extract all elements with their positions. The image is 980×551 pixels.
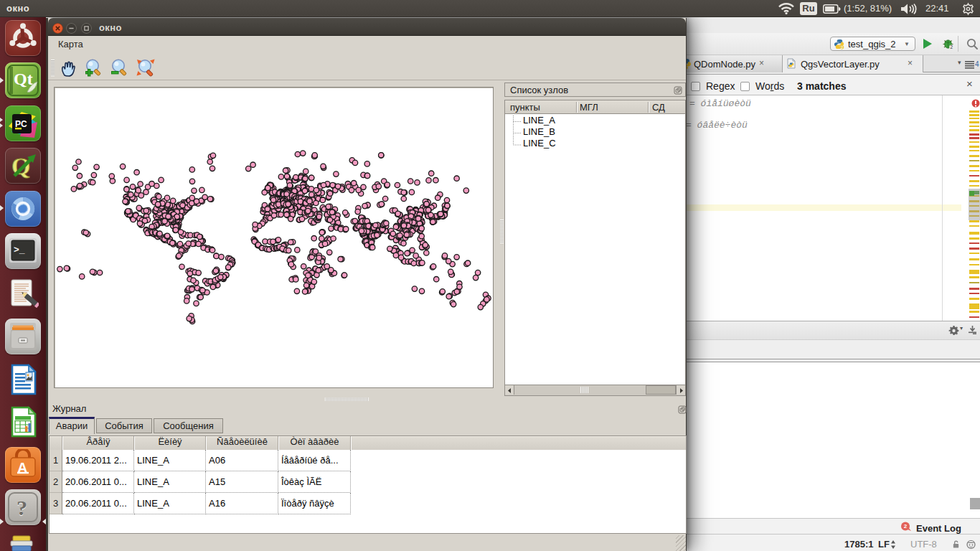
svg-text:Qt: Qt bbox=[14, 70, 33, 88]
svg-text:PC: PC bbox=[15, 119, 27, 129]
svg-text:2: 2 bbox=[904, 523, 908, 529]
svg-text:2: 2 bbox=[950, 44, 953, 50]
svg-text:?: ? bbox=[17, 496, 27, 519]
svg-text:>_: >_ bbox=[14, 245, 25, 255]
